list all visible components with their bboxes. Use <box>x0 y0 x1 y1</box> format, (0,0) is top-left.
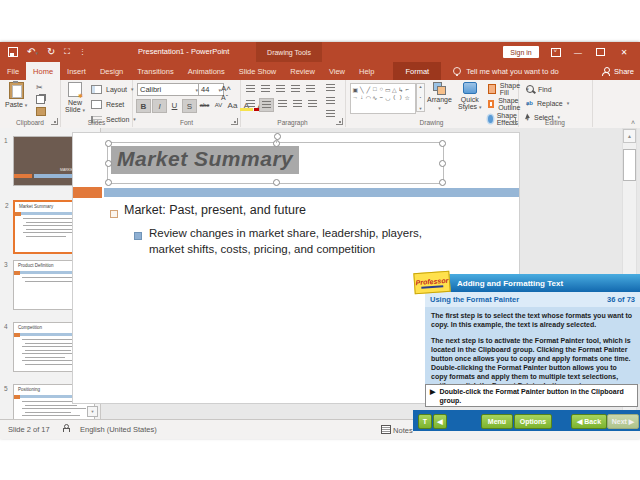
replace-icon: ab <box>526 100 533 106</box>
notes-button[interactable]: Notes <box>381 425 413 435</box>
slide-bullet-level2[interactable]: Review changes in market share, leadersh… <box>149 225 449 257</box>
minimize-icon[interactable]: — <box>570 46 586 58</box>
clipboard-dialog-launcher[interactable] <box>51 118 58 125</box>
tab-help[interactable]: Help <box>352 62 381 80</box>
justify-icon[interactable] <box>291 98 304 110</box>
replace-button[interactable]: abReplace▾ <box>526 97 569 109</box>
copy-icon[interactable] <box>36 95 45 104</box>
paragraph-dialog-launcher[interactable] <box>336 118 343 125</box>
back-button[interactable]: ◀ Back <box>571 414 607 429</box>
share-button[interactable]: Share <box>602 62 634 80</box>
ribbon-display-options-icon[interactable] <box>548 46 564 58</box>
tab-review[interactable]: Review <box>283 62 322 80</box>
change-case-button[interactable]: Aa <box>226 99 239 111</box>
tab-insert[interactable]: Insert <box>60 62 93 80</box>
increase-indent-icon[interactable] <box>289 83 302 95</box>
scrollbar-thumb[interactable] <box>623 149 636 181</box>
maximize-icon[interactable] <box>592 46 608 58</box>
quick-styles-button[interactable]: QuickStyles ▾ <box>458 82 482 111</box>
shape-gallery[interactable]: ▣╲╱□○▭△↳⌐→↓◠∿~◡()☆ <box>350 83 416 114</box>
tab-animations[interactable]: Animations <box>181 62 232 80</box>
bold-button[interactable]: B <box>136 99 151 113</box>
reset-button[interactable]: Reset <box>91 98 136 110</box>
sign-in-button[interactable]: Sign in <box>503 46 539 58</box>
columns-icon[interactable] <box>306 98 319 110</box>
redo-icon[interactable]: ↻ <box>47 47 55 57</box>
tab-home[interactable]: Home <box>26 62 60 80</box>
align-left-icon[interactable] <box>244 98 257 110</box>
text-size-button[interactable]: T <box>418 414 432 429</box>
language-indicator[interactable]: English (United States) <box>80 425 157 434</box>
tell-me-box[interactable]: Tell me what you want to do <box>441 62 559 80</box>
screenshot-page: ↶▾ ↻ ⛶ ⋮ Presentation1 - PowerPoint Draw… <box>0 0 640 480</box>
audio-button[interactable]: ◀ <box>433 414 447 429</box>
grow-font-icon[interactable]: A˄ <box>221 84 231 93</box>
align-right-icon[interactable] <box>276 98 289 110</box>
shape-star-icon[interactable]: ☆ <box>404 93 411 101</box>
slide-bullet-level1[interactable]: Market: Past, present, and future <box>124 203 306 217</box>
save-icon[interactable] <box>8 47 18 57</box>
font-dialog-launcher[interactable] <box>231 118 238 125</box>
align-center-icon[interactable] <box>259 98 274 112</box>
italic-button[interactable]: I <box>152 99 167 113</box>
find-icon <box>526 85 534 93</box>
tab-slide-show[interactable]: Slide Show <box>232 62 284 80</box>
ribbon: Paste ▾ ✂ Clipboard NewNew SlideSlide ▾ … <box>0 80 640 129</box>
tab-file[interactable]: File <box>0 62 26 80</box>
tutorial-overlay: Professor Adding and Formatting Text Usi… <box>413 272 640 431</box>
slide-indicator[interactable]: Slide 2 of 17 <box>8 425 50 434</box>
find-button[interactable]: Find <box>526 83 569 95</box>
paste-button[interactable]: Paste ▾ <box>5 82 27 108</box>
format-painter-icon[interactable] <box>36 107 46 116</box>
scroll-up-icon[interactable]: ▲ <box>623 129 636 143</box>
text-direction-icon[interactable] <box>324 82 337 94</box>
slide-number: 2 <box>5 202 9 209</box>
window-title: Presentation1 - PowerPoint <box>138 47 229 56</box>
resize-handle[interactable] <box>439 140 446 147</box>
arrange-button[interactable]: Arrange▾ <box>427 82 452 111</box>
resize-handle[interactable] <box>105 179 112 186</box>
font-family-combo[interactable]: Calibri▾ <box>137 83 201 96</box>
resize-handle[interactable] <box>273 179 280 186</box>
resize-handle[interactable] <box>105 140 112 147</box>
underline-button[interactable]: U <box>168 99 181 111</box>
align-text-icon[interactable] <box>324 95 337 107</box>
customize-qat-icon[interactable]: ⋮ <box>79 47 86 57</box>
tab-design[interactable]: Design <box>93 62 130 80</box>
new-slide-button[interactable]: NewNew SlideSlide ▾ <box>65 82 85 114</box>
numbering-icon[interactable] <box>259 83 272 95</box>
title-placeholder[interactable]: Market Summary <box>107 142 444 184</box>
resize-handle[interactable] <box>105 160 112 167</box>
line-spacing-icon[interactable] <box>304 83 317 95</box>
layout-button[interactable]: Layout ▾ <box>91 83 136 95</box>
menu-button[interactable]: Menu <box>481 414 513 429</box>
cut-icon[interactable]: ✂ <box>36 83 46 92</box>
thumbnail-scroll-down-icon[interactable]: ▼ <box>87 406 98 417</box>
tab-view[interactable]: View <box>322 62 352 80</box>
share-label: Share <box>614 67 634 76</box>
strikethrough-button[interactable]: abc <box>198 99 211 111</box>
decrease-indent-icon[interactable] <box>274 83 287 95</box>
shape-gallery-scrollbar[interactable]: ▲▪▼ <box>416 83 425 112</box>
collapse-ribbon-icon[interactable]: ˄ <box>631 119 635 126</box>
layout-icon <box>91 85 102 94</box>
tutorial-page-number: 36 of 73 <box>607 295 635 304</box>
shape-elbow-arrow-icon[interactable]: ⌐ <box>404 85 411 93</box>
bullets-icon[interactable] <box>244 83 257 95</box>
thumbnail-title: Product Definition <box>18 263 54 268</box>
undo-icon[interactable]: ↶▾ <box>27 47 38 58</box>
slide-title-text[interactable]: Market Summary <box>111 146 299 174</box>
resize-handle[interactable] <box>439 179 446 186</box>
text-shadow-button[interactable]: S <box>182 99 197 113</box>
close-icon[interactable]: ✕ <box>616 46 632 58</box>
resize-handle[interactable] <box>439 160 446 167</box>
start-slideshow-icon[interactable]: ⛶ <box>64 47 70 57</box>
drawing-dialog-launcher[interactable] <box>509 118 516 125</box>
character-spacing-button[interactable]: AV <box>212 99 225 111</box>
tab-transitions[interactable]: Transitions <box>130 62 180 80</box>
options-button[interactable]: Options <box>514 414 552 429</box>
tab-format[interactable]: Format <box>393 62 441 80</box>
next-button[interactable]: Next ▶ <box>607 414 639 429</box>
rotate-handle[interactable] <box>274 133 281 140</box>
tell-me-label: Tell me what you want to do <box>466 67 559 76</box>
